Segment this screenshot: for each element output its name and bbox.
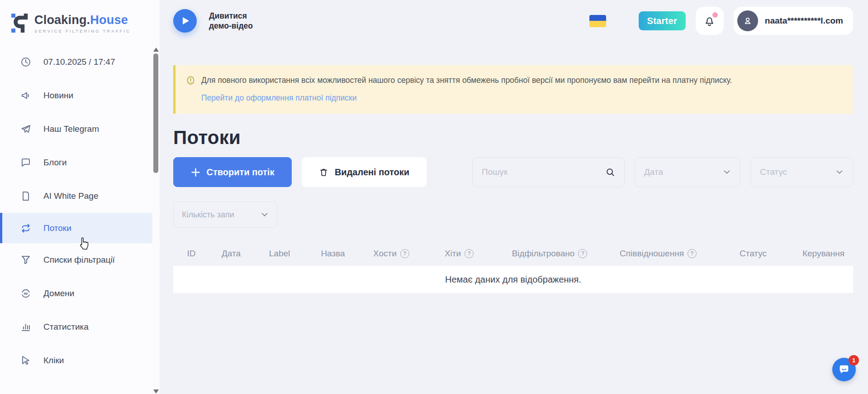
search-field[interactable] [472, 157, 625, 187]
search-icon[interactable] [605, 167, 615, 177]
play-icon [181, 16, 190, 25]
sidebar-item-label: AI White Page [43, 191, 98, 201]
sidebar-item-news[interactable]: Новини [0, 79, 152, 112]
toolbar-row-2: Кількість запи [173, 202, 853, 228]
user-email: naata**********l.com [765, 16, 843, 26]
logo-text: Cloaking.House SERVICE FILTERING TRAFFIC [34, 13, 131, 34]
brand-dark: Cloaking. [34, 13, 90, 27]
column-header-ratio: Співвідношення ? [604, 249, 712, 259]
column-header-id: ID [173, 249, 209, 259]
search-input[interactable] [482, 167, 605, 177]
rows-count-select[interactable]: Кількість запи [173, 202, 277, 228]
help-icon[interactable]: ? [400, 249, 409, 258]
sidebar-item-ai-white-page[interactable]: AI White Page [0, 179, 152, 213]
warning-circle-icon [186, 76, 195, 85]
sidebar: Cloaking.House SERVICE FILTERING TRAFFIC… [0, 0, 152, 394]
status-filter-placeholder: Статус [760, 167, 787, 177]
notification-dot [712, 12, 718, 18]
sidebar-item-filter-lists[interactable]: Списки фільтрації [0, 243, 152, 277]
column-header-status: Статус [712, 249, 794, 259]
help-icon[interactable]: ? [688, 249, 697, 258]
column-header-filtered: Відфільтровано ? [495, 249, 604, 259]
sidebar-item-statistics[interactable]: Статистика [0, 310, 152, 344]
chat-unread-badge: 1 [849, 355, 859, 365]
sidebar-item-domains[interactable]: Домени [0, 277, 152, 310]
column-header-actions: Керування [794, 249, 853, 259]
demo-video-play-button[interactable] [173, 9, 197, 33]
sidebar-item-flows[interactable]: Потоки [0, 213, 152, 243]
create-flow-button[interactable]: Створити потік [173, 157, 292, 187]
trash-icon [319, 168, 328, 177]
rows-count-placeholder: Кількість запи [182, 210, 234, 220]
sidebar-item-label: Статистика [43, 322, 89, 332]
chat-widget-button[interactable]: 1 [832, 358, 856, 381]
avatar [737, 10, 758, 31]
sidebar-item-label: Наш Telegram [43, 124, 99, 134]
upgrade-subscription-link[interactable]: Перейти до оформлення платної підписки [201, 93, 356, 103]
trial-warning-banner: Для повного використання всіх можливосте… [173, 65, 853, 114]
sidebar-item-label: Потоки [43, 223, 71, 233]
logo[interactable]: Cloaking.House SERVICE FILTERING TRAFFIC [0, 0, 152, 39]
sidebar-item-label: Кліки [43, 356, 64, 365]
stats-icon [20, 322, 31, 332]
megaphone-icon [20, 90, 31, 101]
toolbar: Створити потік Видалені потоки Дата Стат… [173, 157, 853, 187]
sidebar-item-label: Новини [43, 91, 73, 101]
chat-bubble-icon [20, 157, 31, 168]
chat-messenger-icon [838, 363, 850, 376]
page-icon [20, 191, 31, 202]
main-content: Дивитися демо-відео Starter naata*******… [160, 0, 868, 394]
help-icon[interactable]: ? [578, 249, 587, 258]
column-header-date: Дата [209, 249, 253, 259]
scrollbar-thumb[interactable] [153, 53, 158, 173]
demo-video-label[interactable]: Дивитися демо-відео [209, 11, 253, 31]
banner-text: Для повного використання всіх можливосте… [201, 75, 732, 86]
filter-icon [20, 255, 31, 265]
help-icon[interactable]: ? [465, 249, 474, 258]
sidebar-item-label: Домени [43, 288, 74, 298]
sidebar-item-label: Списки фільтрації [43, 255, 115, 265]
scrollbar-down-arrow-icon[interactable] [153, 387, 159, 391]
column-header-hits: Хіти ? [423, 249, 495, 259]
cloaking-house-logo-icon [11, 12, 28, 34]
column-header-name: Назва [306, 249, 360, 259]
user-icon [742, 15, 753, 26]
sidebar-item-label: Блоги [43, 158, 67, 168]
date-filter-select[interactable]: Дата [635, 157, 740, 187]
column-header-label: Label [253, 249, 306, 259]
chevron-down-icon [723, 168, 731, 176]
clock-icon [20, 57, 31, 67]
column-header-hosts: Хости ? [360, 249, 423, 259]
click-icon [20, 355, 31, 366]
sidebar-item-telegram[interactable]: Наш Telegram [0, 112, 152, 146]
topbar: Дивитися демо-відео Starter naata*******… [173, 0, 853, 42]
domain-icon [20, 288, 31, 299]
date-filter-placeholder: Дата [644, 167, 663, 177]
sidebar-scrollbar[interactable] [152, 0, 160, 394]
sidebar-item-blogs[interactable]: Блоги [0, 146, 152, 179]
language-flag-ukraine[interactable] [589, 15, 606, 27]
chevron-down-icon [261, 211, 269, 219]
sidebar-item-clicks[interactable]: Кліки [0, 344, 152, 377]
table-header: ID Дата Label Назва Хости ? Хіти ? Відфі… [173, 249, 853, 259]
scrollbar-up-arrow-icon[interactable] [153, 45, 159, 49]
telegram-icon [20, 124, 31, 135]
sidebar-datetime-label: 07.10.2025 / 17:47 [43, 57, 115, 67]
chevron-down-icon [835, 168, 844, 176]
page-title: Потоки [173, 127, 853, 149]
table-empty-state: Немає даних для відображення. [173, 266, 853, 293]
notifications-button[interactable] [696, 7, 724, 35]
user-account-button[interactable]: naata**********l.com [734, 7, 853, 35]
plan-badge-button[interactable]: Starter [639, 11, 686, 30]
logo-subtitle: SERVICE FILTERING TRAFFIC [34, 29, 131, 34]
brand-blue: House [90, 13, 128, 27]
sidebar-nav: 07.10.2025 / 17:47 Новини Наш Telegram Б… [0, 45, 152, 377]
status-filter-select[interactable]: Статус [750, 157, 853, 187]
deleted-flows-button[interactable]: Видалені потоки [302, 157, 427, 187]
flows-icon [20, 223, 31, 234]
sidebar-item-datetime: 07.10.2025 / 17:47 [0, 45, 152, 79]
plus-icon [191, 168, 200, 177]
